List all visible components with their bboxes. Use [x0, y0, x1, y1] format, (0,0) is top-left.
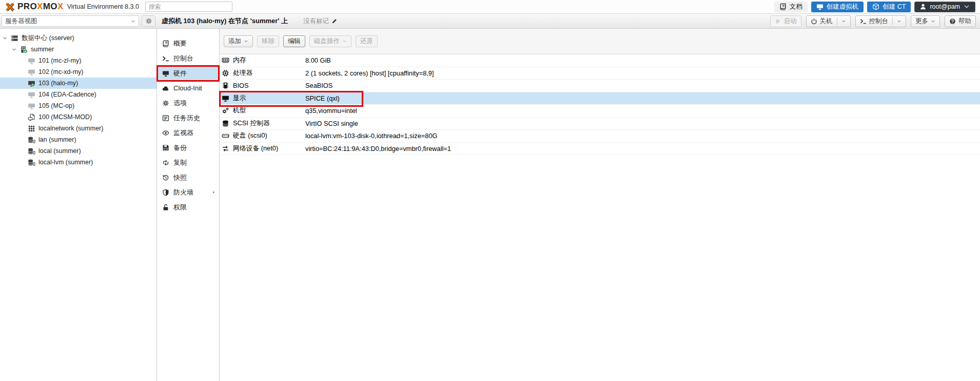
menu-item-cloud-init[interactable]: Cloud-Init	[157, 81, 219, 96]
database-icon	[222, 120, 229, 127]
edit-button[interactable]: 编辑	[283, 35, 305, 47]
disk-action-button[interactable]: 磁盘操作	[309, 35, 351, 47]
start-button[interactable]: 启动	[770, 15, 801, 27]
row-value: virtio=BC:24:11:9A:43:D0,bridge=vmbr0,fi…	[305, 145, 451, 153]
menu-item-label: 快照	[173, 173, 187, 182]
cube-icon	[872, 3, 879, 10]
view-mode-select[interactable]: 服务器视图	[2, 15, 139, 27]
menu-item-label: 权限	[173, 203, 187, 212]
tree-item-vm-103[interactable]: 103 (halo-my)	[0, 78, 156, 89]
tree-item-storage-lan[interactable]: lan (summer)	[0, 134, 156, 145]
menu-item-options[interactable]: 选项	[157, 96, 219, 110]
user-menu-button[interactable]: root@pam	[914, 2, 975, 12]
tree-item-storage-local[interactable]: local (summer)	[0, 145, 156, 157]
cloud-icon	[162, 85, 169, 92]
hardware-row-memory[interactable]: 内存 8.00 GiB	[220, 54, 980, 67]
row-value: SPICE (qxl)	[305, 94, 340, 102]
menu-item-permissions[interactable]: 权限	[157, 200, 219, 215]
brand-wordmark: PROXMOX	[17, 2, 64, 12]
hardware-row-processors[interactable]: 处理器 2 (1 sockets, 2 cores) [host] [cpuaf…	[220, 67, 980, 80]
hardware-row-hard-disk[interactable]: 硬盘 (scsi0) local-lvm:vm-103-disk-0,iothr…	[220, 130, 980, 143]
hardware-row-bios[interactable]: BIOS SeaBIOS	[220, 80, 980, 92]
tree-item-node-summer[interactable]: summer	[0, 44, 156, 55]
row-label: 显示	[233, 94, 305, 103]
tree-item-label: 103 (halo-my)	[38, 80, 78, 87]
tree-item-label: summer	[31, 46, 54, 53]
tree-item-label: 数据中心 (sserver)	[22, 34, 74, 43]
tags-area[interactable]: 没有标记	[303, 17, 338, 26]
tree-item-vm-104[interactable]: 104 (EDA-Cadence)	[0, 89, 156, 100]
console-button[interactable]: 控制台	[855, 15, 907, 27]
storage-icon	[28, 147, 35, 155]
history-icon	[162, 174, 169, 181]
menu-item-replication[interactable]: 复制	[157, 155, 219, 170]
power-icon	[811, 18, 817, 25]
hardware-row-scsi-controller[interactable]: SCSI 控制器 VirtIO SCSI single	[220, 118, 980, 130]
gear-icon	[145, 17, 152, 25]
template-icon	[28, 113, 35, 121]
add-button[interactable]: 添加	[224, 35, 253, 47]
revert-button[interactable]: 还原	[356, 35, 378, 47]
hardware-row-display[interactable]: 显示 SPICE (qxl)	[220, 92, 980, 105]
hardware-row-network-device[interactable]: 网络设备 (net0) virtio=BC:24:11:9A:43:D0,bri…	[220, 143, 980, 156]
more-label: 更多	[915, 17, 928, 26]
documentation-label: 文档	[790, 3, 802, 11]
row-label: 内存	[233, 56, 305, 65]
tree-item-vm-101[interactable]: 101 (mc-zl-my)	[0, 55, 156, 66]
menu-item-firewall[interactable]: 防火墙	[157, 185, 219, 200]
tree-item-localnetwork[interactable]: localnetwork (summer)	[0, 123, 156, 134]
gear-icon	[162, 100, 169, 107]
tree-item-label: 102 (mc-xd-my)	[38, 68, 84, 75]
play-icon	[775, 18, 781, 25]
network-grid-icon	[28, 125, 35, 132]
vm-icon	[28, 68, 35, 76]
menu-item-backup[interactable]: 备份	[157, 140, 219, 155]
shutdown-button[interactable]: 关机	[806, 15, 851, 27]
menu-item-hardware[interactable]: 硬件	[157, 66, 219, 81]
hardware-row-machine[interactable]: 机型 q35,viommu=intel	[220, 105, 980, 118]
hardware-grid: 内存 8.00 GiB 处理器 2 (1 sockets, 2 cores) […	[220, 54, 980, 155]
monitor-icon	[816, 3, 824, 10]
menu-item-monitor[interactable]: 监视器	[157, 125, 219, 140]
proxmox-x-logo-icon	[5, 2, 15, 12]
create-vm-button[interactable]: 创建虚拟机	[811, 2, 864, 12]
menu-item-label: 控制台	[173, 54, 193, 63]
menu-item-label: 复制	[173, 158, 187, 167]
create-ct-label: 创建 CT	[883, 3, 906, 11]
chevron-down-icon	[131, 19, 135, 24]
row-value: VirtIO SCSI single	[305, 120, 358, 127]
menu-item-summary[interactable]: 概要	[157, 36, 219, 51]
menu-item-label: 任务历史	[173, 113, 200, 123]
menu-item-label: Cloud-Init	[173, 84, 202, 92]
tree-item-storage-local-lvm[interactable]: local-lvm (summer)	[0, 157, 156, 168]
help-label: 帮助	[958, 17, 971, 26]
remove-label: 移除	[262, 37, 275, 46]
book-icon	[779, 3, 787, 10]
chevron-down-icon	[897, 19, 901, 24]
vm-icon	[28, 57, 35, 65]
tree-item-label: lan (summer)	[38, 136, 76, 143]
tree-item-datacenter[interactable]: 数据中心 (sserver)	[0, 32, 156, 44]
divider	[892, 17, 893, 25]
tree-settings-button[interactable]	[142, 15, 155, 27]
tree-item-vm-105[interactable]: 105 (MC-op)	[0, 100, 156, 111]
list-icon	[162, 115, 169, 122]
documentation-button[interactable]: 文档	[774, 2, 808, 12]
menu-item-snapshots[interactable]: 快照	[157, 170, 219, 185]
tree-item-vm-102[interactable]: 102 (mc-xd-my)	[0, 66, 156, 78]
search-input[interactable]	[145, 2, 232, 12]
menu-item-task-history[interactable]: 任务历史	[157, 110, 219, 125]
menu-item-console[interactable]: 控制台	[157, 51, 219, 66]
remove-button[interactable]: 移除	[257, 35, 279, 47]
more-button[interactable]: 更多	[911, 15, 940, 27]
chevron-down-icon	[244, 39, 248, 44]
hdd-icon	[222, 132, 229, 140]
row-label: 网络设备 (net0)	[233, 144, 305, 153]
help-button[interactable]: 帮助	[945, 15, 976, 27]
revert-label: 还原	[360, 37, 373, 46]
tree-item-vm-100[interactable]: 100 (MCSM-MOD)	[0, 111, 156, 123]
vm-icon	[28, 91, 35, 99]
edit-label: 编辑	[288, 37, 301, 46]
view-mode-label: 服务器视图	[5, 17, 131, 26]
create-ct-button[interactable]: 创建 CT	[867, 2, 911, 12]
